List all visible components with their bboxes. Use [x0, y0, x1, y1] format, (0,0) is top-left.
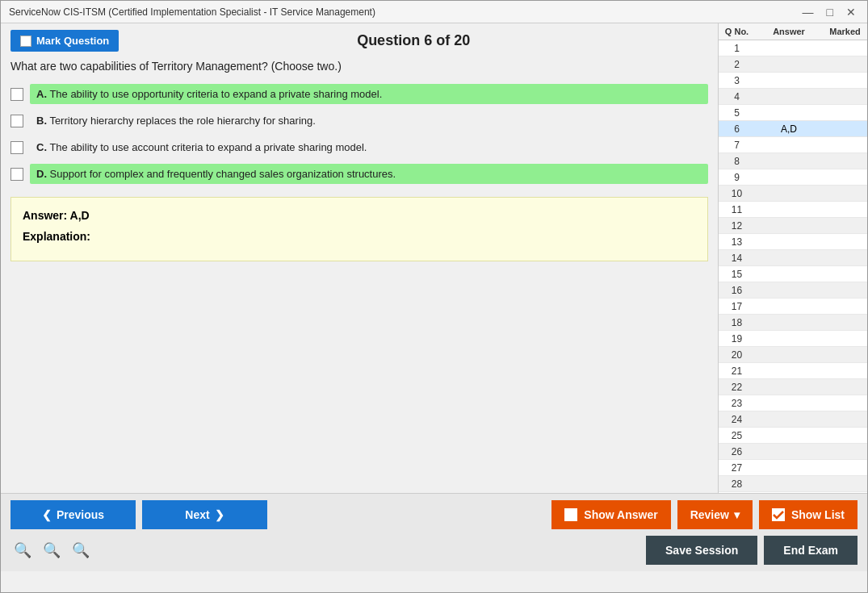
q-answer: A,D	[755, 123, 823, 135]
zoom-reset-button[interactable]: 🔍	[40, 541, 64, 559]
q-number: 12	[719, 220, 755, 232]
q-number: 7	[719, 140, 755, 151]
q-number: 26	[719, 446, 755, 457]
q-list-row[interactable]: 2	[719, 56, 867, 73]
q-number: 9	[719, 172, 755, 183]
option-label-d[interactable]: D. Support for complex and frequently ch…	[30, 164, 708, 184]
chevron-left-icon	[42, 508, 52, 521]
window-controls[interactable]: — □ ✕	[799, 6, 859, 19]
q-list-row[interactable]: 17	[719, 299, 867, 315]
previous-label: Previous	[57, 508, 104, 521]
mark-question-button[interactable]: Mark Question	[10, 30, 119, 52]
q-number: 17	[719, 301, 755, 312]
option-label-a[interactable]: A. The ability to use opportunity criter…	[30, 84, 708, 104]
maximize-button[interactable]: □	[824, 6, 837, 19]
q-number: 21	[719, 365, 755, 377]
right-panel: Q No. Answer Marked 123456A,D78910111213…	[718, 23, 867, 493]
answer-header: Answer	[755, 27, 823, 36]
q-list-row[interactable]: 27	[719, 460, 867, 476]
option-row-a: A. The ability to use opportunity criter…	[10, 84, 708, 104]
answer-text: Answer: A,D	[23, 209, 696, 222]
option-row-d: D. Support for complex and frequently ch…	[10, 164, 708, 184]
review-label: Review	[690, 508, 729, 521]
show-answer-label: Show Answer	[584, 508, 657, 521]
q-list-row[interactable]: 5	[719, 105, 867, 121]
zoom-in-button[interactable]: 🔍	[69, 541, 93, 559]
zoom-out-button[interactable]: 🔍	[10, 541, 35, 559]
option-label-b[interactable]: B. Territory hierarchy replaces the role…	[30, 111, 708, 131]
q-number: 1	[719, 43, 755, 54]
q-number: 23	[719, 398, 755, 409]
review-dropdown-icon: ▾	[734, 508, 740, 521]
option-checkbox-a[interactable]	[10, 88, 23, 101]
save-session-button[interactable]: Save Session	[646, 536, 757, 565]
content-area: Mark Question Question 6 of 20 What are …	[1, 23, 867, 493]
close-button[interactable]: ✕	[843, 6, 859, 19]
show-list-label: Show List	[791, 508, 845, 521]
q-list-row[interactable]: 13	[719, 234, 867, 250]
q-number: 18	[719, 317, 755, 328]
option-checkbox-c[interactable]	[10, 141, 23, 154]
question-text: What are two capabilities of Territory M…	[10, 60, 708, 73]
option-checkbox-d[interactable]	[10, 168, 23, 181]
header-row: Mark Question Question 6 of 20	[10, 30, 708, 52]
title-bar: ServiceNow CIS-ITSM (Certified Implement…	[1, 1, 867, 23]
q-list-row[interactable]: 3	[719, 73, 867, 89]
bottom-bar: Previous Next Show Answer Review ▾ Show …	[1, 493, 867, 571]
q-list-row[interactable]: 26	[719, 444, 867, 460]
q-number: 15	[719, 269, 755, 280]
next-button[interactable]: Next	[142, 500, 267, 529]
q-list-row[interactable]: 14	[719, 250, 867, 266]
explanation-text: Explanation:	[23, 230, 696, 243]
show-list-button[interactable]: Show List	[759, 500, 858, 529]
q-number: 24	[719, 414, 755, 425]
q-number: 10	[719, 188, 755, 199]
q-list-row[interactable]: 8	[719, 153, 867, 169]
q-list-row[interactable]: 20	[719, 347, 867, 363]
q-number: 20	[719, 349, 755, 361]
bottom-buttons-row: Previous Next Show Answer Review ▾ Show …	[10, 500, 858, 529]
q-number: 5	[719, 107, 755, 119]
end-exam-button[interactable]: End Exam	[764, 536, 858, 565]
q-list-row[interactable]: 15	[719, 266, 867, 282]
mark-checkbox-icon	[20, 35, 31, 47]
answer-box: Answer: A,D Explanation:	[10, 197, 708, 261]
question-title: Question 6 of 20	[119, 32, 708, 49]
q-list-row[interactable]: 12	[719, 218, 867, 234]
option-checkbox-b[interactable]	[10, 115, 23, 127]
q-list-row[interactable]: 19	[719, 331, 867, 347]
left-panel: Mark Question Question 6 of 20 What are …	[1, 23, 718, 493]
q-list-row[interactable]: 24	[719, 411, 867, 428]
q-list-scroll[interactable]: 123456A,D7891011121314151617181920212223…	[719, 40, 867, 493]
review-button[interactable]: Review ▾	[677, 500, 753, 529]
show-list-check-icon	[772, 508, 785, 521]
q-list-row[interactable]: 16	[719, 282, 867, 299]
previous-button[interactable]: Previous	[10, 500, 136, 529]
minimize-button[interactable]: —	[799, 6, 817, 19]
qno-header: Q No.	[719, 27, 755, 36]
q-list-row[interactable]: 25	[719, 428, 867, 444]
marked-header: Marked	[823, 27, 867, 36]
q-number: 13	[719, 236, 755, 248]
q-list-row[interactable]: 21	[719, 363, 867, 379]
q-number: 3	[719, 75, 755, 86]
q-list-row[interactable]: 18	[719, 315, 867, 331]
q-number: 25	[719, 430, 755, 441]
q-list-row[interactable]: 7	[719, 137, 867, 153]
q-number: 19	[719, 333, 755, 345]
option-label-c[interactable]: C. The ability to use account criteria t…	[30, 137, 708, 157]
q-list-row[interactable]: 10	[719, 186, 867, 202]
q-list-header: Q No. Answer Marked	[719, 23, 867, 40]
q-list-row[interactable]: 28	[719, 476, 867, 492]
option-row-c: C. The ability to use account criteria t…	[10, 137, 708, 157]
q-list-row[interactable]: 11	[719, 202, 867, 218]
q-list-row[interactable]: 23	[719, 395, 867, 411]
zoom-controls: 🔍 🔍 🔍	[10, 541, 93, 559]
q-number: 11	[719, 204, 755, 215]
q-list-row[interactable]: 6A,D	[719, 121, 867, 137]
q-list-row[interactable]: 4	[719, 89, 867, 105]
q-list-row[interactable]: 1	[719, 40, 867, 56]
q-list-row[interactable]: 9	[719, 169, 867, 186]
q-list-row[interactable]: 22	[719, 379, 867, 395]
show-answer-button[interactable]: Show Answer	[551, 500, 670, 529]
